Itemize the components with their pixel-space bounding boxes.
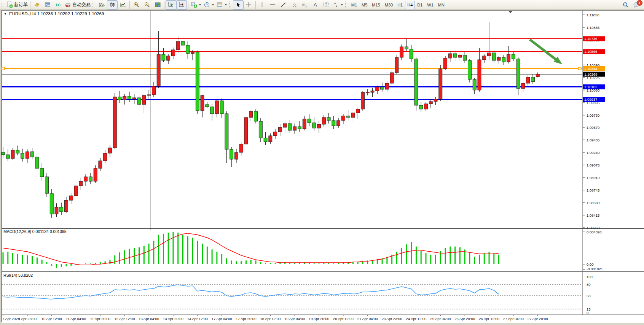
window-bottom-edge	[0, 323, 644, 325]
toolbar-separator	[164, 1, 164, 9]
trendline-tool-button[interactable]	[278, 0, 289, 10]
price-tick-label: 1.09240	[587, 151, 599, 155]
new-order-label: 新订单	[14, 2, 28, 8]
zoom-in-button[interactable]	[131, 0, 142, 10]
macd-axis-label: -0.001021	[587, 267, 603, 271]
candle-body	[531, 77, 534, 82]
timeframe-button-h1[interactable]: H1	[395, 1, 405, 9]
horizontal-line-tool-button[interactable]	[268, 0, 278, 10]
indicators-button[interactable]: ▼	[190, 0, 202, 10]
toolbar-drag-handle[interactable]	[229, 2, 232, 8]
vertical-line-tool-button[interactable]	[257, 0, 268, 10]
crosshair-tool-button[interactable]	[244, 0, 254, 10]
timeframe-button-m30[interactable]: M30	[383, 1, 395, 9]
toolbar-separator	[188, 1, 188, 9]
candlestick-mode-button[interactable]	[107, 0, 118, 10]
candle-body	[361, 92, 364, 109]
profiles-button[interactable]	[32, 0, 42, 10]
candle-body	[142, 95, 146, 105]
candle-body	[69, 196, 73, 200]
candle-body	[283, 124, 287, 127]
x-axis-label: 25 Apr 04:00	[430, 317, 451, 321]
timeframe-button-m15[interactable]: M15	[370, 1, 382, 9]
candle-body	[327, 117, 330, 120]
line-chart-icon	[120, 2, 126, 8]
x-axis-label: 10 Apr 12:00	[41, 317, 62, 321]
new-order-button[interactable]: 新订单	[5, 0, 29, 10]
notifications-button[interactable]: 1	[631, 0, 642, 10]
templates-button[interactable]: ▼	[215, 0, 228, 10]
timeframe-button-w1[interactable]: W1	[425, 1, 436, 9]
market-watch-icon	[45, 2, 51, 8]
x-axis-label: 12 Apr 12:00	[114, 317, 135, 321]
auto-scroll-button[interactable]	[166, 0, 176, 10]
timeframe-button-mn[interactable]: MN	[436, 1, 447, 9]
candle-body	[269, 136, 272, 142]
x-axis-label: 19 Apr 04:00	[284, 317, 305, 321]
candle-body	[225, 114, 228, 149]
candle-body	[308, 119, 311, 123]
candle-body	[312, 123, 316, 128]
text-label-tool-button[interactable]: T	[321, 0, 332, 10]
candle-body	[390, 73, 394, 83]
candle-body	[400, 47, 403, 57]
candle-body	[74, 186, 78, 196]
window-left-edge	[0, 10, 2, 323]
crosshair-icon	[245, 2, 252, 8]
zoom-out-button[interactable]	[142, 0, 152, 10]
candle-body	[410, 49, 413, 59]
timeframe-button-m1[interactable]: M1	[349, 1, 359, 9]
candle-body	[512, 54, 515, 59]
text-tool-button[interactable]: A	[310, 0, 321, 10]
candle-body	[356, 109, 360, 113]
svg-text:F: F	[306, 6, 307, 8]
tile-windows-button[interactable]	[152, 0, 163, 10]
chart-shift-button[interactable]	[176, 0, 187, 10]
candle-body	[371, 91, 374, 92]
price-tick-label: 1.09570	[587, 125, 599, 130]
candle-body	[448, 54, 452, 58]
x-axis-label: 26 Apr 12:00	[479, 317, 499, 321]
price-tick-label: 1.08415	[587, 213, 599, 217]
svg-text:E: E	[295, 5, 296, 8]
candle-body	[521, 83, 525, 89]
candle-body	[298, 127, 301, 129]
candle-body	[278, 127, 282, 132]
toolbar-drag-handle[interactable]	[345, 2, 348, 8]
cursor-tool-button[interactable]	[233, 0, 244, 10]
periods-button[interactable]: ▼	[202, 0, 215, 10]
macd-axis-label: 0.00	[587, 262, 594, 266]
candle-body	[463, 55, 467, 60]
candle-body	[215, 101, 218, 114]
candle-body	[332, 120, 335, 126]
candle-body	[162, 54, 165, 60]
bar-chart-mode-button[interactable]	[96, 0, 107, 10]
toolbar-drag-handle[interactable]	[2, 2, 4, 8]
line-chart-mode-button[interactable]	[118, 0, 128, 10]
candle-body	[234, 152, 238, 159]
market-watch-button[interactable]	[42, 0, 53, 10]
main-toolbar: 新订单 自动交易 ▼	[0, 0, 644, 10]
toolbar-separator	[129, 1, 130, 9]
candle-body	[167, 56, 170, 60]
timeframe-button-h4[interactable]: H4	[405, 1, 415, 9]
price-tick-label: 1.08250	[587, 226, 599, 230]
fibonacci-tool-button[interactable]: F	[300, 0, 310, 10]
signals-button[interactable]	[53, 0, 64, 10]
search-button[interactable]	[620, 0, 631, 10]
timeframe-button-d1[interactable]: D1	[415, 1, 425, 9]
equidistant-channel-tool-button[interactable]: E	[289, 0, 300, 10]
chart-collapse-icon: ▼	[4, 12, 7, 16]
line-selection-anchor[interactable]	[2, 67, 5, 70]
candle-body	[507, 54, 510, 62]
price-line-tag-label: 1.09937	[584, 97, 597, 101]
candle-body	[483, 56, 486, 60]
autotrading-button[interactable]: 自动交易	[64, 0, 92, 10]
line-selection-anchor[interactable]	[579, 67, 581, 70]
chart-window[interactable]: 1.110501.108851.107201.105551.103901.102…	[0, 0, 644, 325]
toolbar-drag-handle[interactable]	[92, 2, 95, 8]
auto-scroll-icon	[168, 2, 174, 8]
arrows-tool-button[interactable]: ▼	[332, 0, 344, 10]
x-axis-label: 27 Apr 20:00	[528, 317, 548, 321]
timeframe-button-m5[interactable]: M5	[359, 1, 370, 9]
